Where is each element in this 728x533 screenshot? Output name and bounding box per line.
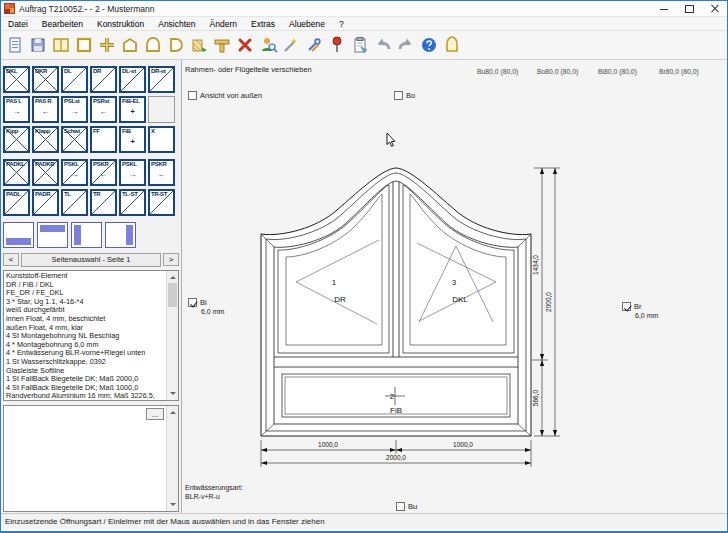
palette-pskl-2-button[interactable]: PSKL→ <box>119 159 146 186</box>
palette-dkl-button[interactable]: DKL <box>3 66 30 93</box>
toolbar-frame-button[interactable] <box>73 33 95 57</box>
toolbar-arch-window-button[interactable] <box>142 33 164 57</box>
palette-ff-button[interactable]: FF <box>90 126 117 153</box>
palette-padl-button[interactable]: PADL <box>3 189 30 216</box>
toolbar-help-button[interactable] <box>418 33 440 57</box>
more-button[interactable]: ... <box>146 408 164 420</box>
menu-datei[interactable]: Datei <box>1 19 35 29</box>
menu-hilfe[interactable]: ? <box>332 19 351 29</box>
palette-dl-st-button[interactable]: DL-st <box>119 66 146 93</box>
palette-padkl-button[interactable]: PADKL <box>3 159 30 186</box>
palette-fib-button[interactable]: FiB+ <box>119 126 146 153</box>
bo-checkbox[interactable] <box>394 91 403 100</box>
element-description-list[interactable]: Kunststoff-Element DR / FiB / DKL FE_DR … <box>3 270 179 401</box>
toolbar-save-button[interactable] <box>27 33 49 57</box>
note-scrollbar[interactable] <box>166 406 178 511</box>
scroll-down-icon[interactable] <box>167 500 178 511</box>
toolbar-wand-button[interactable] <box>280 33 302 57</box>
palette-pslst-button[interactable]: PSLst→ <box>61 96 88 123</box>
palette-dl-button[interactable]: DL <box>61 66 88 93</box>
view-outside-checkbox[interactable] <box>188 91 197 100</box>
toolbar-glazing-bars-button[interactable] <box>96 33 118 57</box>
palette-pas-l-button[interactable]: PAS L→ <box>3 96 30 123</box>
toolbar-delete-button[interactable] <box>234 33 256 57</box>
page-select-label[interactable]: Seitenauswahl - Seite 1 <box>21 253 161 267</box>
palette-fib-el-button[interactable]: FiB-EL+ <box>119 96 146 123</box>
menu-extras[interactable]: Extras <box>244 19 282 29</box>
palette-dr-st-button[interactable]: DR-st <box>148 66 175 93</box>
palette-tr-st-button[interactable]: TR-ST <box>148 189 175 216</box>
toolbar-undo-button[interactable] <box>372 33 394 57</box>
palette-dr-button[interactable]: DR <box>90 66 117 93</box>
palette-klapp-button[interactable]: Klapp <box>32 126 59 153</box>
palette-dkr-button[interactable]: DKR <box>32 66 59 93</box>
palette-pskl-1-button[interactable]: PSKL→ <box>61 159 88 186</box>
maximize-button[interactable] <box>677 1 702 16</box>
measure-bu: Bu80,0 (80,0) <box>477 68 518 75</box>
minimize-button[interactable] <box>652 1 677 16</box>
scrollbar-thumb[interactable] <box>168 283 177 307</box>
toolbar-element-button[interactable] <box>50 33 72 57</box>
toolbar-redo-button[interactable] <box>395 33 417 57</box>
scroll-up-icon[interactable] <box>167 271 178 282</box>
frame-icon <box>74 35 94 55</box>
preview-frame-left-button[interactable] <box>71 222 102 248</box>
preview-frame-right-button[interactable] <box>105 222 136 248</box>
palette-tr-button[interactable]: TR <box>90 189 117 216</box>
drawing-canvas[interactable]: 1 DR 3 DKL 2 FiB 1434,0 566,0 <box>182 60 727 513</box>
page-navigation: < Seitenauswahl - Seite 1 > <box>3 253 179 267</box>
toolbar-measure-button[interactable] <box>211 33 233 57</box>
menu-konstruktion[interactable]: Konstruktion <box>90 19 151 29</box>
toolbar-settings-tools-button[interactable] <box>303 33 325 57</box>
measure-bl: Bl80,0 (80,0) <box>598 68 637 75</box>
page-prev-button[interactable]: < <box>3 253 19 266</box>
palette-pskr-2-button[interactable]: PSKR← <box>148 159 175 186</box>
preview-frame-top-button[interactable] <box>37 222 68 248</box>
palette-schwi-button[interactable]: Schwi <box>61 126 88 153</box>
toolbar-arch-segment-button[interactable] <box>165 33 187 57</box>
toolbar-person-search-button[interactable] <box>257 33 279 57</box>
toolbar-pin-button[interactable] <box>326 33 348 57</box>
view-outside-option: Ansicht von außen <box>188 91 262 100</box>
dim-bottom-left: 1000,0 <box>318 441 338 448</box>
menu-bearbeiten[interactable]: Bearbeiten <box>35 19 90 29</box>
panel-number: 2 <box>390 392 395 401</box>
preview-frame-bottom-button[interactable] <box>3 222 34 248</box>
description-line: Randverbund Aluminium 16 mm; Maß 3226,5,… <box>6 392 164 401</box>
toolbar-new-document-button[interactable] <box>4 33 26 57</box>
statusbar: Einzusetzende Öffnungsart / Einleimer mi… <box>1 513 727 529</box>
bl-checkbox[interactable] <box>188 298 197 307</box>
sash2-number: 3 <box>452 278 457 287</box>
bu-checkbox[interactable] <box>396 502 405 511</box>
page-next-button[interactable]: > <box>163 253 179 266</box>
br-checkbox[interactable] <box>622 302 631 311</box>
scroll-up-icon[interactable] <box>167 406 178 417</box>
toolbar-slanted-shape-button[interactable] <box>119 33 141 57</box>
palette-pas-r-button[interactable]: PAS R← <box>32 96 59 123</box>
close-button[interactable] <box>702 1 727 16</box>
palette-padr-button[interactable]: PADR <box>32 189 59 216</box>
menu-aluebene[interactable]: Aluebene <box>282 19 332 29</box>
bl-value: 6,0 mm <box>201 308 224 315</box>
status-text: Einzusetzende Öffnungsart / Einleimer mi… <box>5 517 325 526</box>
palette-kipp-button[interactable]: Kipp <box>3 126 30 153</box>
bl-label: Bl <box>200 298 207 307</box>
window-drawing[interactable]: 1 DR 3 DKL 2 FiB 1434,0 566,0 <box>182 60 727 513</box>
description-scrollbar[interactable] <box>166 271 178 400</box>
note-box[interactable]: ... <box>3 405 179 512</box>
palette-tl-button[interactable]: TL <box>61 189 88 216</box>
toolbar-infill-panel-button[interactable] <box>188 33 210 57</box>
scroll-down-icon[interactable] <box>167 389 178 400</box>
toolbar-arch-outline-button[interactable] <box>441 33 463 57</box>
palette-pskr-1-button[interactable]: PSKR← <box>90 159 117 186</box>
drainage-label: Entwässerungsart: <box>185 484 243 493</box>
palette-tl-st-button[interactable]: TL-ST <box>119 189 146 216</box>
save-icon <box>28 35 48 55</box>
palette-psrst-button[interactable]: PSRst← <box>90 96 117 123</box>
panel-type: FiB <box>390 406 402 415</box>
toolbar-notes-button[interactable] <box>349 33 371 57</box>
menu-ansichten[interactable]: Ansichten <box>151 19 202 29</box>
menu-aendern[interactable]: Ändern <box>203 19 244 29</box>
palette-padkr-button[interactable]: PADKR <box>32 159 59 186</box>
palette-x-button[interactable]: X <box>148 126 175 153</box>
